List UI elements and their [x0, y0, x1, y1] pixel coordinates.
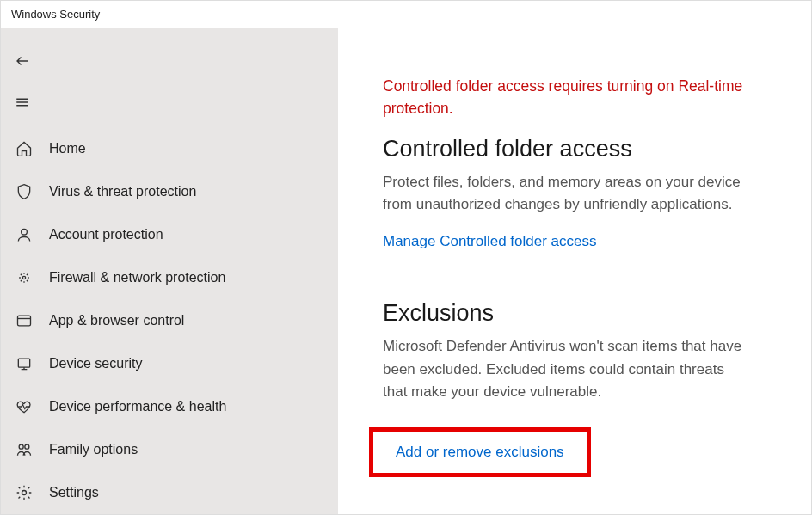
sidebar-item-app-browser[interactable]: App & browser control: [1, 299, 338, 342]
sidebar-item-device-security[interactable]: Device security: [1, 342, 338, 385]
exclusions-title: Exclusions: [383, 300, 778, 327]
sidebar-item-label: Firewall & network protection: [49, 270, 225, 285]
svg-point-5: [25, 445, 29, 450]
window-titlebar: Windows Security: [1, 1, 811, 28]
back-arrow-icon: [15, 53, 30, 69]
cfa-description: Protect files, folders, and memory areas…: [383, 171, 744, 217]
warning-text: Controlled folder access requires turnin…: [383, 75, 744, 120]
sidebar-item-label: App & browser control: [49, 313, 184, 328]
family-icon: [15, 441, 34, 458]
sidebar-item-label: Virus & threat protection: [49, 184, 196, 199]
sidebar-item-home[interactable]: Home: [1, 127, 338, 170]
app-browser-icon: [15, 312, 34, 329]
sidebar-item-label: Family options: [49, 442, 138, 457]
svg-point-1: [22, 277, 25, 279]
svg-point-6: [22, 491, 27, 495]
svg-point-4: [19, 445, 23, 450]
menu-button[interactable]: [1, 82, 338, 123]
sidebar-item-label: Home: [49, 141, 86, 156]
hamburger-icon: [15, 95, 30, 110]
highlight-annotation: Add or remove exclusions: [369, 427, 591, 477]
home-icon: [15, 140, 34, 157]
sidebar-item-label: Settings: [49, 485, 99, 500]
svg-point-0: [22, 230, 28, 236]
sidebar-item-family-options[interactable]: Family options: [1, 428, 338, 471]
firewall-icon: [15, 269, 34, 286]
back-button[interactable]: [1, 40, 338, 82]
main-content: Controlled folder access requires turnin…: [338, 28, 811, 514]
sidebar-item-label: Device performance & health: [49, 399, 226, 414]
device-security-icon: [15, 355, 34, 372]
sidebar-item-label: Account protection: [49, 227, 163, 242]
sidebar-item-device-performance[interactable]: Device performance & health: [1, 385, 338, 428]
sidebar-item-settings[interactable]: Settings: [1, 471, 338, 514]
account-icon: [15, 226, 34, 243]
svg-rect-2: [18, 316, 31, 327]
exclusions-description: Microsoft Defender Antivirus won't scan …: [383, 335, 744, 403]
manage-cfa-link[interactable]: Manage Controlled folder access: [383, 233, 597, 250]
sidebar-item-firewall[interactable]: Firewall & network protection: [1, 256, 338, 299]
window-title: Windows Security: [11, 8, 100, 21]
shield-icon: [15, 183, 34, 200]
svg-rect-3: [18, 359, 29, 368]
sidebar: Home Virus & threat protection Account p…: [1, 28, 338, 514]
sidebar-item-label: Device security: [49, 356, 142, 371]
gear-icon: [15, 484, 34, 501]
heart-icon: [15, 398, 34, 415]
add-remove-exclusions-link[interactable]: Add or remove exclusions: [396, 444, 564, 461]
sidebar-item-virus-threat[interactable]: Virus & threat protection: [1, 170, 338, 213]
sidebar-item-account-protection[interactable]: Account protection: [1, 213, 338, 256]
cfa-title: Controlled folder access: [383, 136, 778, 162]
